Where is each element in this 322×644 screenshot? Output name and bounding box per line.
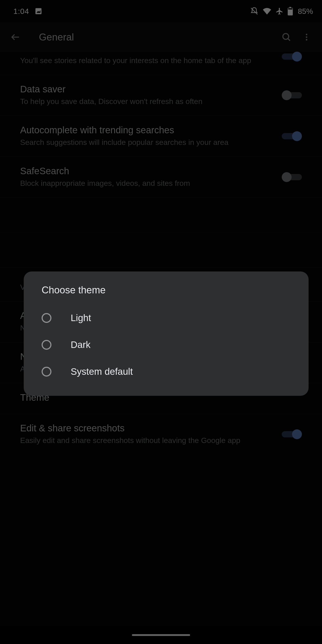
theme-option-system[interactable]: System default — [24, 358, 308, 385]
radio-label: Dark — [71, 340, 90, 350]
theme-dialog: Choose theme Light Dark System default — [24, 272, 308, 396]
radio-icon — [42, 313, 52, 323]
theme-option-dark[interactable]: Dark — [24, 332, 308, 358]
radio-icon — [42, 367, 52, 376]
dialog-title: Choose theme — [24, 282, 308, 304]
theme-option-light[interactable]: Light — [24, 304, 308, 332]
radio-icon — [42, 340, 52, 350]
radio-label: System default — [71, 366, 133, 377]
radio-label: Light — [71, 312, 91, 323]
